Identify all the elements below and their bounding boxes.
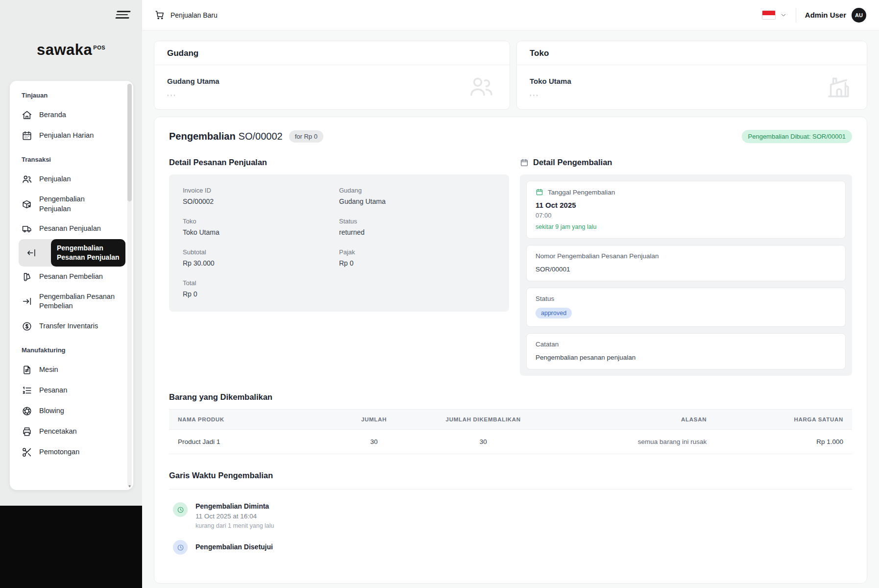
topbar-divider xyxy=(796,8,796,23)
gudang-card: Gudang Gudang Utama , , , xyxy=(154,41,510,110)
amount-pill: for Rp 0 xyxy=(289,130,323,143)
timeline-section: Garis Waktu Pengembalian Pengembalian Di… xyxy=(169,471,852,568)
field-status: Status returned xyxy=(339,218,495,236)
sidebar-item-transfer-inventaris[interactable]: Transfer Inventaris xyxy=(19,316,125,337)
sidebar-nav: Tinjauan Beranda Penjualan Harian Transa… xyxy=(10,81,133,490)
field-total: Total Rp 0 xyxy=(183,279,339,298)
avatar[interactable]: AU xyxy=(852,8,866,23)
topbar: Penjualan Baru Admin User AU xyxy=(142,0,879,30)
sidebar-item-blowing[interactable]: Blowing xyxy=(19,401,125,421)
sidebar-item-penjualan-harian[interactable]: Penjualan Harian xyxy=(19,125,125,146)
timeline-event-approved: Pengembalian Disetujui xyxy=(173,540,848,555)
sidebar: sawakaPOS Tinjauan Beranda Penjualan Har… xyxy=(0,0,142,588)
package-x-icon xyxy=(22,199,32,210)
scrollbar-down-arrow[interactable]: ▾ xyxy=(127,484,132,489)
arrow-left-to-line-icon xyxy=(26,247,37,258)
sidebar-item-pesanan-penjualan[interactable]: Pesanan Penjualan xyxy=(19,219,125,239)
sidebar-item-mesin[interactable]: Mesin xyxy=(19,360,125,380)
file-sliders-icon xyxy=(22,365,32,375)
warehouse-users-icon xyxy=(465,73,497,100)
toko-address: , , , xyxy=(530,90,571,97)
sidebar-item-penjualan[interactable]: Penjualan xyxy=(19,169,125,190)
user-name[interactable]: Admin User xyxy=(805,11,846,19)
clock-icon-green xyxy=(173,502,188,517)
return-detail-heading: Detail Pengembalian xyxy=(520,158,852,167)
topbar-right: Admin User AU xyxy=(762,8,866,23)
calendar-icon xyxy=(520,158,529,167)
menu-toggle-button[interactable] xyxy=(115,8,131,21)
return-detail-card: PengembalianSO/00002 for Rp 0 Pengembali… xyxy=(154,117,867,584)
col-nama-produk: NAMA PRODUK xyxy=(169,410,340,430)
page-title: PengembalianSO/00002 xyxy=(169,131,283,142)
field-toko: Toko Toko Utama xyxy=(183,218,339,236)
return-date: 11 Oct 2025 xyxy=(536,201,836,209)
sidebar-item-pengembalian-pesanan-penjualan[interactable]: Pengembalian Pesanan Penjualan xyxy=(19,239,125,267)
printer-icon xyxy=(22,426,32,437)
arrow-right-to-line-icon xyxy=(22,296,32,307)
status-card: Status approved xyxy=(526,288,846,327)
nomor-pengembalian-card: Nomor Pengembalian Pesanan Penjualan SOR… xyxy=(526,245,846,281)
calendar-icon xyxy=(22,130,32,141)
col-jumlah: JUMLAH xyxy=(340,410,408,430)
cart-icon xyxy=(155,10,165,20)
status-badge: approved xyxy=(536,308,572,318)
sidebar-item-pengembalian-penjualan[interactable]: Pengembalian Penjualan xyxy=(19,190,125,219)
timeline-event-relative: kurang dari 1 menit yang lalu xyxy=(195,522,274,529)
sidebar-scrollbar[interactable]: ▾ xyxy=(127,84,132,487)
arrow-left-to-line-icon-cell xyxy=(19,239,44,267)
calendar-green-icon xyxy=(536,188,543,196)
sidebar-item-pesanan-manufaktur[interactable]: Pesanan xyxy=(19,380,125,401)
returned-items-table: NAMA PRODUK JUMLAH JUMLAH DIKEMBALIKAN A… xyxy=(169,409,852,454)
catatan-card: Catatan Pengembalian pesanan penjualan xyxy=(526,333,846,369)
timeline-heading: Garis Waktu Pengembalian xyxy=(169,471,852,480)
cell-unit-price: Rp 1.000 xyxy=(715,430,852,454)
sidebar-item-beranda[interactable]: Beranda xyxy=(19,105,125,125)
timeline-event-requested: Pengembalian Diminta 11 Oct 2025 at 16:0… xyxy=(173,502,848,529)
chevron-down-icon[interactable] xyxy=(780,12,787,19)
order-detail-panel: Invoice ID SO/00002 Gudang Gudang Utama … xyxy=(169,174,509,312)
main-content: Gudang Gudang Utama , , , Toko Toko Utam… xyxy=(142,30,879,588)
return-number: SOR/00001 xyxy=(536,266,836,273)
created-badge: Pengembalian Dibuat: SOR/00001 xyxy=(742,130,852,143)
sidebar-item-pesanan-pembelian[interactable]: Pesanan Pembelian xyxy=(19,267,125,287)
scrollbar-thumb[interactable] xyxy=(127,84,132,201)
tanggal-pengembalian-card: Tanggal Pengembalian 11 Oct 2025 07:00 s… xyxy=(526,181,846,239)
col-harga-satuan: HARGA SATUAN xyxy=(715,410,852,430)
gudang-card-body: Gudang Utama , , , xyxy=(154,65,510,109)
sidebar-item-pencetakan[interactable]: Pencetakan xyxy=(19,421,125,442)
ordered-list-icon xyxy=(22,385,32,396)
language-flag-indonesia[interactable] xyxy=(762,10,776,20)
sidebar-item-pengembalian-pesanan-pembelian[interactable]: Pengembalian Pesanan Pembelian xyxy=(19,287,125,316)
order-detail-column: Detail Pesanan Penjualan Invoice ID SO/0… xyxy=(169,158,509,376)
brand-sup: POS xyxy=(93,45,105,50)
cell-qty: 30 xyxy=(340,430,408,454)
toko-card-body: Toko Utama , , , xyxy=(517,65,867,109)
brand-logo: sawakaPOS xyxy=(0,41,142,59)
returned-items-heading: Barang yang Dikembalikan xyxy=(169,392,852,402)
gudang-name: Gudang Utama xyxy=(167,77,220,85)
sidebar-bottom-panel xyxy=(0,506,142,588)
field-gudang: Gudang Gudang Utama xyxy=(339,187,495,205)
cell-product-name: Product Jadi 1 xyxy=(169,430,340,454)
return-detail-column: Detail Pengembalian Tanggal Pengembalian… xyxy=(520,158,852,376)
users-icon xyxy=(22,174,32,185)
gudang-address: , , , xyxy=(167,90,220,97)
nav-section-manufakturing: Manufakturing xyxy=(22,346,122,354)
gudang-card-title: Gudang xyxy=(154,41,510,65)
order-detail-heading: Detail Pesanan Penjualan xyxy=(169,158,509,167)
timeline-body: Pengembalian Diminta 11 Oct 2025 at 16:0… xyxy=(169,489,852,568)
col-alasan: ALASAN xyxy=(559,410,716,430)
nav-section-tinjauan: Tinjauan xyxy=(22,92,122,99)
field-invoice-id: Invoice ID SO/00002 xyxy=(183,187,339,205)
title-row: PengembalianSO/00002 for Rp 0 Pengembali… xyxy=(169,130,852,143)
col-jumlah-dikembalikan: JUMLAH DIKEMBALIKAN xyxy=(408,410,559,430)
aperture-icon xyxy=(22,406,32,416)
cell-reason: semua barang ini rusak xyxy=(559,430,716,454)
toko-card-title: Toko xyxy=(517,41,867,65)
scissors-icon xyxy=(22,447,32,458)
swatchbook-icon xyxy=(22,271,32,282)
new-sale-button[interactable]: Penjualan Baru xyxy=(155,10,218,20)
nav-section-transaksi: Transaksi xyxy=(22,156,122,163)
field-subtotal: Subtotal Rp 30.000 xyxy=(183,248,339,267)
sidebar-item-pemotongan[interactable]: Pemotongan xyxy=(19,442,125,463)
